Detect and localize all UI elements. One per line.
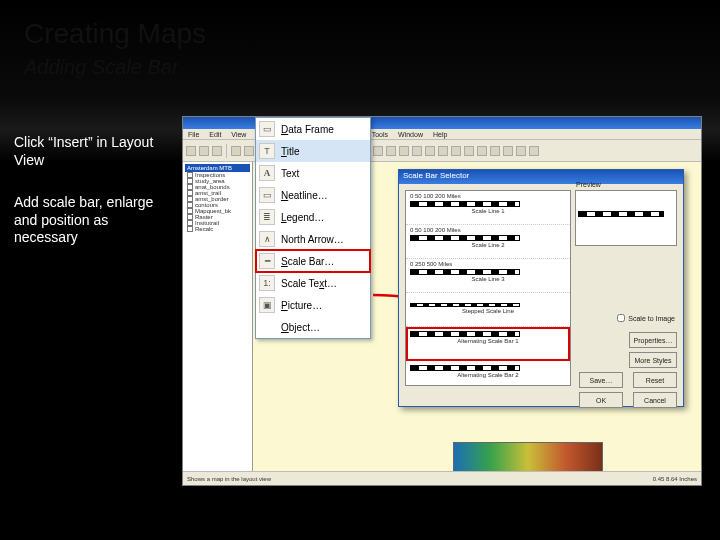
cancel-button[interactable]: Cancel <box>633 392 677 408</box>
toolbar-icon[interactable] <box>373 146 383 156</box>
toc-header: Amsterdam MTB <box>185 164 250 172</box>
scale-item[interactable]: 0 250 500 Miles Scale Line 3 <box>406 259 570 293</box>
menu-item-legend[interactable]: ≣ Legend… <box>256 206 370 228</box>
bullet-2: Add scale bar, enlarge and position as n… <box>14 194 164 247</box>
toolbar-icon[interactable] <box>477 146 487 156</box>
status-bar: Shows a map in the layout view 0.45 8.64… <box>183 471 701 485</box>
picture-icon: ▣ <box>259 297 275 313</box>
legend-icon: ≣ <box>259 209 275 225</box>
menu-item-object[interactable]: Object… <box>256 316 370 338</box>
properties-button[interactable]: Properties… <box>629 332 677 348</box>
scale-item[interactable]: 0 50 100 200 Miles Scale Line 2 <box>406 225 570 259</box>
menu-item-data-frame[interactable]: ▭ Data Frame <box>256 118 370 140</box>
menu-item-neatline[interactable]: ▭ Neatline… <box>256 184 370 206</box>
menu-tools[interactable]: Tools <box>370 131 390 138</box>
toolbar-icon[interactable] <box>529 146 539 156</box>
toolbar-icon[interactable] <box>412 146 422 156</box>
scale-item[interactable]: 0 50 100 200 Miles Scale Line 1 <box>406 191 570 225</box>
scale-item[interactable]: Stepped Scale Line <box>406 293 570 327</box>
menu-item-picture[interactable]: ▣ Picture… <box>256 294 370 316</box>
menu-edit[interactable]: Edit <box>207 131 223 138</box>
bullet-1: Click “Insert” in Layout View <box>14 134 164 169</box>
toolbar-icon[interactable] <box>386 146 396 156</box>
menu-view[interactable]: View <box>229 131 248 138</box>
checkbox-input[interactable] <box>617 314 625 322</box>
toolbar-icon[interactable] <box>244 146 254 156</box>
toolbar-icon[interactable] <box>231 146 241 156</box>
scale-bar-icon: ━ <box>259 253 275 269</box>
menu-item-title[interactable]: T Title <box>256 140 370 162</box>
status-right: 0.45 8.64 Inches <box>653 476 697 482</box>
slide-title: Creating Maps <box>24 18 206 50</box>
more-styles-button[interactable]: More Styles <box>629 352 677 368</box>
dialog-preview: Preview <box>575 190 677 246</box>
toolbar-icon[interactable] <box>503 146 513 156</box>
title-icon: T <box>259 143 275 159</box>
insert-dropdown: ▭ Data Frame T Title A Text ▭ Neatline… … <box>255 117 371 339</box>
toolbar-icon[interactable] <box>199 146 209 156</box>
north-arrow-icon: ∧ <box>259 231 275 247</box>
menu-help[interactable]: Help <box>431 131 449 138</box>
menu-item-text[interactable]: A Text <box>256 162 370 184</box>
toolbar-icon[interactable] <box>425 146 435 156</box>
neatline-icon: ▭ <box>259 187 275 203</box>
ok-button[interactable]: OK <box>579 392 623 408</box>
arcmap-window: File Edit View Bookmarks Insert Selectio… <box>182 116 702 486</box>
toolbar-icon[interactable] <box>516 146 526 156</box>
toolbar-separator <box>226 144 227 158</box>
menu-file[interactable]: File <box>186 131 201 138</box>
reset-button[interactable]: Reset <box>633 372 677 388</box>
toolbar-icon[interactable] <box>186 146 196 156</box>
menu-window[interactable]: Window <box>396 131 425 138</box>
slide-subtitle: Adding Scale Bar <box>24 56 179 79</box>
save-button[interactable]: Save… <box>579 372 623 388</box>
toolbar-icon[interactable] <box>399 146 409 156</box>
status-left: Shows a map in the layout view <box>187 476 271 482</box>
toolbar-icon[interactable] <box>438 146 448 156</box>
menu-item-scale-text[interactable]: 1: Scale Text… <box>256 272 370 294</box>
map-preview <box>453 442 603 474</box>
toolbar-icon[interactable] <box>464 146 474 156</box>
toolbar-icon[interactable] <box>212 146 222 156</box>
scale-item[interactable]: Alternating Scale Bar 2 <box>406 361 570 386</box>
scale-to-image-checkbox[interactable]: Scale to Image <box>617 314 675 322</box>
scale-bar-selector-dialog: Scale Bar Selector 0 50 100 200 Miles Sc… <box>398 169 684 407</box>
menu-item-north-arrow[interactable]: ∧ North Arrow… <box>256 228 370 250</box>
text-icon: A <box>259 165 275 181</box>
scale-text-icon: 1: <box>259 275 275 291</box>
scale-bar-list[interactable]: 0 50 100 200 Miles Scale Line 1 0 50 100… <box>405 190 571 386</box>
data-frame-icon: ▭ <box>259 121 275 137</box>
dialog-title: Scale Bar Selector <box>399 170 683 184</box>
toc-item[interactable]: Recalc <box>185 226 250 232</box>
toolbar-icon[interactable] <box>451 146 461 156</box>
toolbar-icon[interactable] <box>490 146 500 156</box>
object-icon <box>259 319 275 335</box>
scale-item-selected[interactable]: Alternating Scale Bar 1 <box>406 327 570 361</box>
table-of-contents[interactable]: Amsterdam MTB Inspections study_area ana… <box>183 162 253 471</box>
menu-item-scale-bar[interactable]: ━ Scale Bar… <box>256 250 370 272</box>
